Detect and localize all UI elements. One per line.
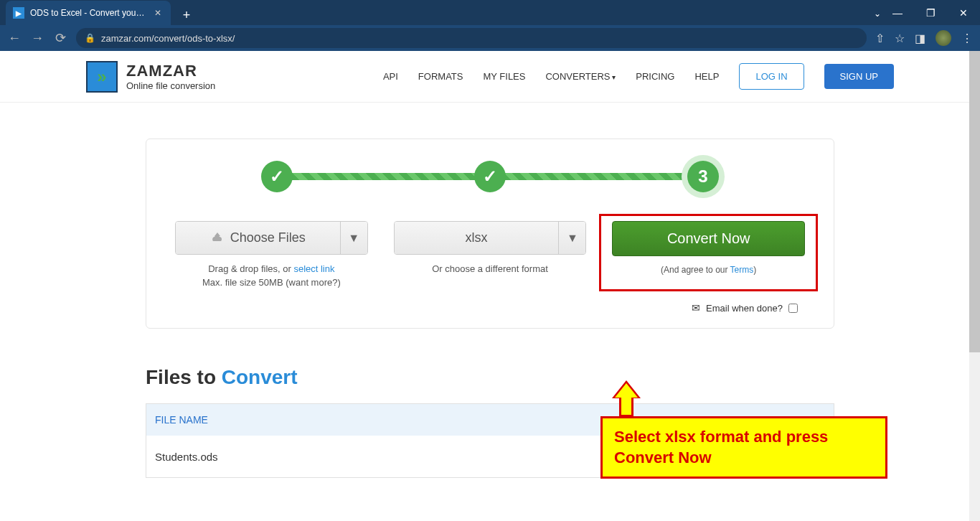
lock-icon: 🔒 xyxy=(85,33,95,43)
reload-button[interactable]: ⟳ xyxy=(53,30,67,46)
window-controls: — ❐ ✕ xyxy=(881,0,980,25)
minimize-button[interactable]: — xyxy=(881,0,914,25)
choose-files-group: Choose Files ▼ xyxy=(175,221,368,255)
choose-files-label: Choose Files xyxy=(230,230,306,245)
logo[interactable]: » ZAMZAR Online file conversion xyxy=(86,61,215,93)
choose-sub-hint: Max. file size 50MB (want more?) xyxy=(175,277,368,288)
nav-api[interactable]: API xyxy=(383,71,398,82)
tab-bar: ▶ ODS to Excel - Convert your ODS ✕ + xyxy=(0,0,980,25)
logo-text: ZAMZAR xyxy=(126,62,215,80)
converter-card: ✓ ✓ 3 Choose Files ▼ Drag & drop files, … xyxy=(146,139,834,329)
back-button[interactable]: ← xyxy=(7,31,22,46)
actions-row: Choose Files ▼ Drag & drop files, or sel… xyxy=(175,221,805,288)
choose-files-button[interactable]: Choose Files xyxy=(176,222,340,254)
nav-pricing[interactable]: PRICING xyxy=(636,71,674,82)
email-label: Email when done? xyxy=(706,303,783,314)
step-2-complete-icon: ✓ xyxy=(474,161,506,192)
tab-close-icon[interactable]: ✕ xyxy=(152,7,164,19)
annotation-arrow-icon xyxy=(612,380,641,416)
header-nav: API FORMATS MY FILES CONVERTERS PRICING … xyxy=(383,63,894,90)
choose-hint: Drag & drop files, or select link xyxy=(175,263,368,274)
url-field[interactable]: 🔒 zamzar.com/convert/ods-to-xlsx/ xyxy=(76,28,867,48)
new-tab-button[interactable]: + xyxy=(176,5,197,25)
nav-help[interactable]: HELP xyxy=(694,71,719,82)
callout-text: Select xlsx format and press Convert Now xyxy=(614,427,874,468)
step-indicator: ✓ ✓ 3 xyxy=(261,161,719,192)
format-dropdown[interactable]: ▼ xyxy=(558,222,585,254)
mail-icon: ✉ xyxy=(692,302,700,314)
files-title: Files to Convert xyxy=(146,366,834,389)
col-filename: FILE NAME xyxy=(155,414,610,426)
site-header: » ZAMZAR Online file conversion API FORM… xyxy=(0,51,980,103)
nav-formats[interactable]: FORMATS xyxy=(418,71,463,82)
want-more-link[interactable]: want more? xyxy=(289,277,338,288)
tab-search-icon[interactable]: ⌄ xyxy=(874,9,881,19)
email-checkbox[interactable] xyxy=(788,304,798,313)
logo-subtitle: Online file conversion xyxy=(126,80,215,91)
address-bar: ← → ⟳ 🔒 zamzar.com/convert/ods-to-xlsx/ … xyxy=(0,25,980,51)
scroll-thumb[interactable] xyxy=(969,51,980,352)
sidepanel-icon[interactable]: ◨ xyxy=(915,32,925,45)
format-select[interactable]: xlsx xyxy=(395,222,559,254)
bookmark-icon[interactable]: ☆ xyxy=(895,32,905,45)
browser-chrome: ▶ ODS to Excel - Convert your ODS ✕ + ⌄ … xyxy=(0,0,980,51)
url-text: zamzar.com/convert/ods-to-xlsx/ xyxy=(101,33,858,44)
terms-text: (And agree to our Terms) xyxy=(612,265,805,275)
step-3-current: 3 xyxy=(687,161,719,192)
login-button[interactable]: LOG IN xyxy=(739,63,804,90)
share-icon[interactable]: ⇧ xyxy=(875,32,885,45)
format-value: xlsx xyxy=(466,230,488,245)
browser-tab[interactable]: ▶ ODS to Excel - Convert your ODS ✕ xyxy=(6,1,171,25)
convert-now-button[interactable]: Convert Now xyxy=(612,221,805,256)
convert-col: Convert Now (And agree to our Terms) xyxy=(612,221,805,288)
nav-converters[interactable]: CONVERTERS xyxy=(545,71,616,82)
format-col: xlsx ▼ Or choose a different format xyxy=(394,221,587,288)
format-select-group: xlsx ▼ xyxy=(394,221,587,255)
email-when-done: ✉ Email when done? xyxy=(175,302,805,314)
signup-button[interactable]: SIGN UP xyxy=(824,64,894,89)
choose-files-dropdown[interactable]: ▼ xyxy=(340,222,367,254)
annotation-callout: Select xlsx format and press Convert Now xyxy=(600,416,887,479)
terms-link[interactable]: Terms xyxy=(730,265,754,275)
logo-icon: » xyxy=(86,61,118,93)
profile-avatar[interactable] xyxy=(936,30,951,46)
format-hint: Or choose a different format xyxy=(394,263,587,274)
choose-files-col: Choose Files ▼ Drag & drop files, or sel… xyxy=(175,221,368,288)
favicon-icon: ▶ xyxy=(13,7,24,19)
step-1-complete-icon: ✓ xyxy=(261,161,293,192)
toolbar-right: ⇧ ☆ ◨ ⋮ xyxy=(875,30,973,46)
main-content: ✓ ✓ 3 Choose Files ▼ Drag & drop files, … xyxy=(146,103,834,521)
scrollbar[interactable] xyxy=(969,51,980,521)
select-link[interactable]: select link xyxy=(293,263,334,274)
menu-icon[interactable]: ⋮ xyxy=(961,32,973,45)
maximize-button[interactable]: ❐ xyxy=(914,0,947,25)
nav-myfiles[interactable]: MY FILES xyxy=(483,71,525,82)
forward-button[interactable]: → xyxy=(30,31,44,46)
file-name: Students.ods xyxy=(155,451,610,463)
upload-icon xyxy=(210,231,225,245)
tab-title: ODS to Excel - Convert your ODS xyxy=(30,8,146,18)
close-window-button[interactable]: ✕ xyxy=(947,0,980,25)
